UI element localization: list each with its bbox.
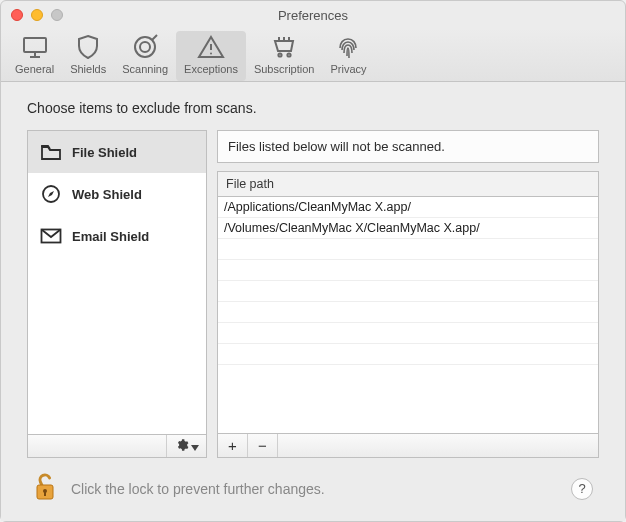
tab-label: Privacy: [330, 63, 366, 75]
tab-shields[interactable]: Shields: [62, 31, 114, 81]
tab-label: Subscription: [254, 63, 315, 75]
table-row-empty: [218, 281, 598, 302]
warning-icon: [197, 33, 225, 61]
shields-sidebar: File Shield Web Shield: [27, 130, 207, 458]
close-button[interactable]: [11, 9, 23, 21]
panes: File Shield Web Shield: [27, 130, 599, 458]
sidebar-item-file-shield[interactable]: File Shield: [28, 131, 206, 173]
tab-general[interactable]: General: [7, 31, 62, 81]
sidebar-item-label: Web Shield: [72, 187, 142, 202]
lock-icon[interactable]: [33, 472, 57, 505]
tab-label: Scanning: [122, 63, 168, 75]
cart-icon: [270, 33, 298, 61]
compass-icon: [40, 185, 62, 203]
minimize-button[interactable]: [31, 9, 43, 21]
info-text: Files listed below will not be scanned.: [217, 130, 599, 163]
table-row-empty: [218, 260, 598, 281]
fingerprint-icon: [334, 33, 362, 61]
exclusions-table: File path /Applications/CleanMyMac X.app…: [217, 171, 599, 458]
svg-rect-0: [24, 38, 46, 52]
sidebar-actions-menu[interactable]: [166, 435, 206, 457]
table-row-empty: [218, 344, 598, 365]
prefs-toolbar: General Shields Scanning: [1, 29, 625, 82]
column-header-filepath[interactable]: File path: [217, 171, 599, 197]
shields-list: File Shield Web Shield: [27, 130, 207, 434]
gear-icon: [175, 438, 189, 455]
exclusions-table-body[interactable]: /Applications/CleanMyMac X.app/ /Volumes…: [217, 197, 599, 434]
sidebar-item-label: Email Shield: [72, 229, 149, 244]
svg-rect-18: [44, 491, 46, 496]
titlebar: Preferences: [1, 1, 625, 29]
help-button[interactable]: ?: [571, 478, 593, 500]
remove-button[interactable]: −: [248, 434, 278, 457]
table-row[interactable]: /Volumes/CleanMyMac X/CleanMyMac X.app/: [218, 218, 598, 239]
table-row[interactable]: /Applications/CleanMyMac X.app/: [218, 197, 598, 218]
tab-privacy[interactable]: Privacy: [322, 31, 374, 81]
tab-subscription[interactable]: Subscription: [246, 31, 323, 81]
exclusions-footer: + −: [217, 434, 599, 458]
chevron-down-icon: [191, 439, 199, 454]
target-icon: [131, 33, 159, 61]
table-row-empty: [218, 239, 598, 260]
exclusions-pane: Files listed below will not be scanned. …: [217, 130, 599, 458]
svg-point-4: [140, 42, 150, 52]
window-controls: [11, 9, 63, 21]
svg-point-9: [288, 53, 291, 56]
monitor-icon: [21, 33, 49, 61]
window-title: Preferences: [1, 8, 625, 23]
instruction-text: Choose items to exclude from scans.: [27, 100, 599, 116]
sidebar-footer: [27, 434, 207, 458]
sidebar-item-label: File Shield: [72, 145, 137, 160]
tab-label: Exceptions: [184, 63, 238, 75]
table-row-empty: [218, 302, 598, 323]
svg-point-7: [210, 53, 212, 55]
sidebar-item-web-shield[interactable]: Web Shield: [28, 173, 206, 215]
tab-exceptions[interactable]: Exceptions: [176, 31, 246, 81]
tab-label: General: [15, 63, 54, 75]
sidebar-item-email-shield[interactable]: Email Shield: [28, 215, 206, 257]
svg-line-5: [152, 35, 157, 40]
add-button[interactable]: +: [218, 434, 248, 457]
shield-icon: [74, 33, 102, 61]
tab-scanning[interactable]: Scanning: [114, 31, 176, 81]
svg-point-8: [279, 53, 282, 56]
lock-hint: Click the lock to prevent further change…: [71, 481, 325, 497]
content-area: Choose items to exclude from scans. File…: [1, 82, 625, 521]
table-row-empty: [218, 323, 598, 344]
zoom-button[interactable]: [51, 9, 63, 21]
envelope-icon: [40, 227, 62, 245]
tab-label: Shields: [70, 63, 106, 75]
folder-icon: [40, 143, 62, 161]
preferences-window: Preferences General Shields: [0, 0, 626, 522]
lock-row: Click the lock to prevent further change…: [27, 458, 599, 511]
